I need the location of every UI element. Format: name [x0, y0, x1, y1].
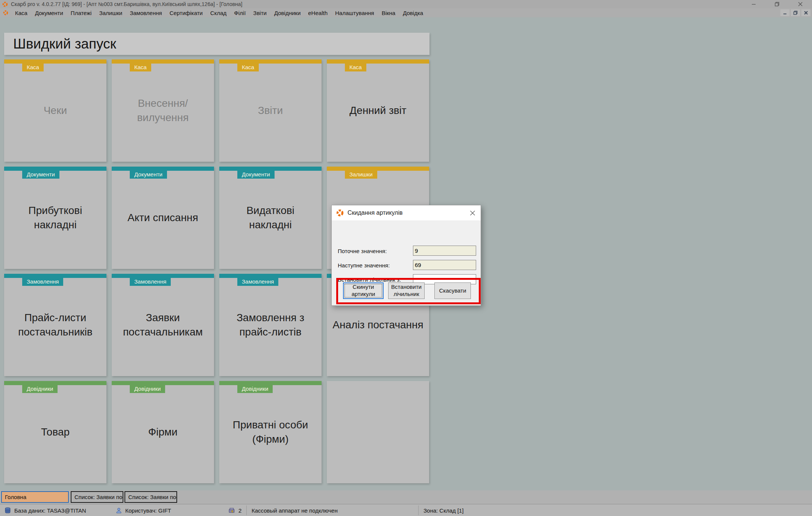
cash-register-status: Кассовый аппарат не подключен: [252, 504, 338, 516]
tile-label: Видаткові накладні: [219, 167, 322, 269]
mdi-close-button[interactable]: [801, 9, 810, 16]
tile-label: Приватні особи (Фірми): [219, 381, 322, 483]
category-badge: Каса: [345, 64, 366, 71]
tile-label: Заявки постачальникам: [112, 274, 214, 376]
menu-zvity[interactable]: Звіти: [249, 9, 270, 17]
tile-label: Прибуткові накладні: [4, 167, 106, 269]
tile-label: Замовлення з прайс-листів: [219, 274, 322, 376]
user-status: Користувач: GIFT: [116, 504, 171, 516]
tile-vnesennia-vyluchennia[interactable]: Каса Внесення/вилучення: [112, 59, 214, 162]
bottom-tab-bar: Головна Список: Заявки пост ... Список: …: [0, 490, 812, 504]
tab-label: Головна: [5, 494, 26, 500]
cancel-button[interactable]: Скасувати: [434, 282, 471, 299]
next-value-input[interactable]: [413, 260, 476, 270]
tile-label: Прайс-листи постачальників: [4, 274, 106, 376]
tile-label: Денний звіт: [327, 59, 429, 162]
database-status: База даних: TASA3@TITAN: [5, 504, 86, 516]
database-icon: [5, 507, 11, 514]
category-badge: Замовлення: [130, 278, 171, 286]
category-badge: Документи: [237, 171, 275, 179]
mdi-restore-button[interactable]: [791, 9, 800, 16]
quick-launch-header: Швидкий запуск: [4, 33, 430, 55]
category-badge: Довідники: [130, 385, 165, 393]
cash-register-icon: [228, 507, 235, 514]
tile-label: Акти списання: [112, 167, 214, 269]
close-button[interactable]: [789, 0, 812, 8]
tab-label: Список: Заявки пост ...: [128, 494, 177, 500]
tab-spysok-zaiavky-1[interactable]: Список: Заявки пост ...: [71, 491, 123, 503]
category-badge: Довідники: [22, 385, 58, 393]
tab-holovna[interactable]: Головна: [1, 491, 69, 503]
tile-firmy[interactable]: Довідники Фірми: [112, 381, 214, 483]
tile-dennyi-zvit[interactable]: Каса Денний звіт: [327, 59, 429, 162]
tile-vydatkovi-nakladni[interactable]: Документи Видаткові накладні: [219, 167, 322, 269]
user-icon: [116, 507, 122, 514]
title-bar: Скарб pro v. 4.0.2.77 [ІД: 969] - [Апт №…: [0, 0, 812, 8]
zone-text: Зона: Склад [1]: [423, 507, 464, 514]
tile-empty: [327, 381, 429, 483]
menu-sertyfikaty[interactable]: Сертифікати: [166, 9, 206, 17]
reset-articles-button[interactable]: Скинути артикули: [343, 282, 384, 299]
app-logo-icon: [336, 209, 344, 217]
dialog-close-icon[interactable]: [464, 205, 481, 220]
current-value-label: Поточне значення:: [338, 248, 387, 254]
menu-dovidnyky[interactable]: Довідники: [270, 9, 304, 17]
category-badge: Замовлення: [237, 278, 278, 286]
tile-tovar[interactable]: Довідники Товар: [4, 381, 106, 483]
menu-platezhi[interactable]: Платежі: [67, 9, 96, 17]
menu-items: Каса Документи Платежі Залишки Замовленн…: [11, 9, 427, 17]
mdi-window-controls: [780, 9, 810, 16]
menu-dovidka[interactable]: Довідка: [399, 9, 427, 17]
next-value-label: Наступне значення:: [338, 262, 390, 269]
reset-articles-dialog: Скидання артикулів Поточне значення: Нас…: [331, 205, 481, 306]
dialog-title: Скидання артикулів: [348, 209, 402, 216]
menu-zalyshky[interactable]: Залишки: [96, 9, 126, 17]
menu-ehealth[interactable]: eHealth: [304, 9, 331, 17]
app-logo-icon: [2, 2, 8, 7]
window-title: Скарб pro v. 4.0.2.77 [ІД: 969] - [Апт №…: [11, 1, 243, 7]
zone-status: Зона: Склад [1]: [423, 504, 464, 516]
category-strip: [327, 167, 429, 171]
tab-label: Список: Заявки пост ...: [74, 494, 123, 500]
tile-akty-spysannia[interactable]: Документи Акти списання: [112, 167, 214, 269]
app-logo-icon-small: [3, 10, 8, 15]
tile-zaiavky-postachalnykam[interactable]: Замовлення Заявки постачальникам: [112, 274, 214, 376]
category-badge: Довідники: [237, 385, 273, 393]
quick-launch-title: Швидкий запуск: [4, 36, 116, 52]
tile-label: Фірми: [112, 381, 214, 483]
user-text: Користувач: GIFT: [125, 507, 171, 514]
device-count: 2: [238, 507, 241, 514]
menu-nalashtuvannia[interactable]: Налаштування: [331, 9, 378, 17]
menu-vikna[interactable]: Вікна: [378, 9, 399, 17]
current-value-input[interactable]: [413, 246, 476, 256]
tile-prais-lysty-postachalnykiv[interactable]: Замовлення Прайс-листи постачальників: [4, 274, 106, 376]
category-badge: Каса: [130, 64, 151, 71]
category-badge: Залишки: [345, 171, 377, 179]
tile-pryvatni-osoby[interactable]: Довідники Приватні особи (Фірми): [219, 381, 322, 483]
menu-bar: Каса Документи Платежі Залишки Замовленн…: [0, 8, 812, 17]
menu-sklad[interactable]: Склад: [206, 9, 230, 17]
tile-label: Звіти: [219, 59, 322, 162]
tile-zvity[interactable]: Каса Звіти: [219, 59, 322, 162]
menu-kasa[interactable]: Каса: [11, 9, 31, 17]
minimize-button[interactable]: [742, 0, 765, 8]
tile-prybutkovi-nakladni[interactable]: Документи Прибуткові накладні: [4, 167, 106, 269]
category-badge: Документи: [22, 171, 59, 179]
mdi-minimize-button[interactable]: [780, 9, 789, 16]
tile-label: Внесення/вилучення: [112, 59, 214, 162]
status-separator: [246, 505, 247, 515]
restore-button[interactable]: [765, 0, 789, 8]
tab-spysok-zaiavky-2[interactable]: Список: Заявки пост ...: [124, 491, 177, 503]
menu-dokumenty[interactable]: Документи: [31, 9, 67, 17]
tile-zamovlennia-z-prais-lystiv[interactable]: Замовлення Замовлення з прайс-листів: [219, 274, 322, 376]
device-count-status: 2: [228, 504, 241, 516]
set-counter-button[interactable]: Встановити лічильник: [388, 282, 425, 299]
database-text: База даних: TASA3@TITAN: [14, 507, 86, 514]
menu-zamovlennia[interactable]: Замовлення: [126, 9, 165, 17]
menu-filii[interactable]: Філії: [230, 9, 249, 17]
tile-cheky[interactable]: Каса Чеки: [4, 59, 106, 162]
current-value-row: Поточне значення:: [338, 246, 387, 256]
category-badge: Документи: [130, 171, 167, 179]
set-counter-label: Встановити лічильник з:: [338, 276, 401, 283]
tile-label: Чеки: [4, 59, 106, 162]
